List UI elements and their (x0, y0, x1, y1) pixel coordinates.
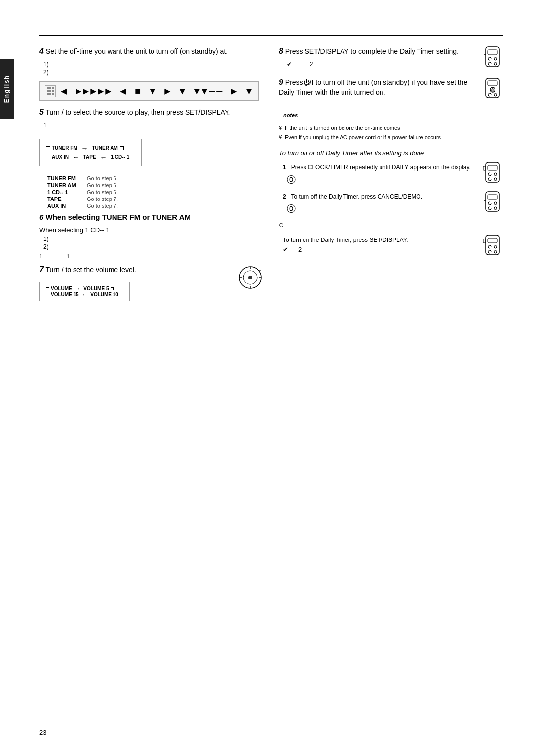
svg-point-40 (494, 245, 497, 248)
svg-text:–: – (241, 281, 243, 286)
timer-step-2: 2 To turn off the Daily Timer, press CAN… (279, 191, 503, 215)
note-2: Even if you unplug the AC power cord or … (279, 134, 503, 141)
timer-step-1: 1 Press CLOCK/TIMER repeatedly until DAI… (279, 161, 503, 186)
step-6b-heading: When selecting 1 CD-- 1 (39, 226, 264, 234)
step-6b-indicators: 1 1 (39, 253, 264, 259)
step-4-sub2: 2) (43, 69, 264, 76)
source-tuner-am-label: TUNER AM (92, 145, 117, 151)
svg-point-21 (494, 93, 497, 96)
step-8-row: 8 Press SET/DISPLAY to complete the Dail… (279, 46, 503, 69)
timer-toggle-section: To turn on or off Daily Timer after its … (279, 149, 503, 257)
svg-point-42 (494, 250, 497, 253)
svg-point-26 (494, 173, 497, 176)
timer-step-3-content: To turn on the Daily Timer, press SET/DI… (279, 234, 478, 254)
remote-icon-9: ⏻ (482, 77, 503, 99)
remote-icon-timer3 (482, 234, 503, 256)
source-tuner-fm-row: TUNER FM Go to step 6. (47, 175, 264, 181)
vol-label-5: VOLUME 5 (83, 286, 109, 291)
svg-rect-38 (488, 238, 497, 243)
step-8-heading: 8 Press SET/DISPLAY to complete the Dail… (279, 46, 478, 57)
left-column: 4 Set the off-time you want the unit to … (39, 46, 264, 310)
source-table: TUNER FM Go to step 6. TUNER AM Go to st… (47, 175, 264, 209)
timer-circle-separator: ○ (279, 220, 503, 230)
top-divider (39, 35, 503, 36)
remote-icon-8 (482, 46, 503, 68)
svg-point-11 (488, 57, 491, 60)
display-content: ◀ ▶▶▶▶▶ ◀ ■ ▼ ▶ ▼ ▼▼—— ▶ ▼ (61, 85, 253, 97)
source-cd-row: 1 CD-- 1 Go to step 6. (47, 189, 264, 195)
timer-step-2-content: 2 To turn off the Daily Timer, press CAN… (279, 191, 478, 215)
svg-point-2 (248, 276, 252, 279)
knob-svg: + – (237, 264, 264, 291)
volume-diagram: VOLUME → VOLUME 5 VOLUME 15 ← VOLUME 10 (39, 282, 130, 301)
vol-label-15: VOLUME 15 (51, 292, 79, 297)
remote-icon-timer1 (482, 161, 503, 183)
step-8-content: 8 Press SET/DISPLAY to complete the Dail… (279, 46, 478, 68)
svg-point-41 (488, 250, 491, 253)
step-4-heading: 4 Set the off-time you want the unit to … (39, 46, 264, 57)
svg-point-20 (488, 93, 491, 96)
timer-step-2-text: 2 To turn off the Daily Timer, press CAN… (283, 193, 478, 201)
language-label: English (0, 59, 14, 119)
step-9-icon: ⏻ (482, 77, 503, 100)
step-4-sub1: 1) (43, 61, 264, 68)
source-aux-row: AUX IN Go to step 7. (47, 203, 264, 209)
svg-rect-10 (488, 50, 497, 55)
svg-point-33 (494, 202, 497, 205)
svg-point-13 (488, 62, 491, 65)
grid-icon (45, 85, 56, 97)
step-8: 8 Press SET/DISPLAY to complete the Dail… (279, 46, 503, 69)
step-8-icon (482, 46, 503, 69)
svg-point-12 (494, 57, 497, 60)
svg-point-35 (494, 207, 497, 210)
step-5-sub: 1 (43, 122, 264, 129)
step-4-content: 4 Set the off-time you want the unit to … (39, 46, 264, 77)
step-7-content: 7 Turn / to set the volume level. VOLUME… (39, 264, 232, 304)
svg-text:+: + (259, 268, 261, 273)
page-number: 23 (39, 729, 46, 736)
timer-step-3-icon (482, 234, 503, 257)
svg-point-14 (494, 62, 497, 65)
svg-rect-31 (488, 195, 497, 199)
timer-step-1-text: 1 Press CLOCK/TIMER repeatedly until DAI… (283, 163, 478, 172)
notes-section: notes If the unit is turned on before th… (279, 110, 503, 142)
notes-label: notes (279, 110, 302, 120)
svg-point-25 (488, 173, 491, 176)
timer-step-3-text: To turn on the Daily Timer, press SET/DI… (283, 236, 478, 244)
timer-step-3-nums: ✔ 2 (283, 246, 478, 253)
step-5-heading: 5 Turn / to select the source to play, t… (39, 107, 264, 118)
right-column: 8 Press SET/DISPLAY to complete the Dail… (279, 46, 503, 310)
svg-point-32 (488, 202, 491, 205)
step-6b-sub1: 1) (43, 236, 264, 242)
source-diagram: TUNER FM → TUNER AM AUX IN ← TAPE ← 1 CD… (39, 139, 142, 166)
page-container: English 4 Set the off-time you want the … (0, 0, 533, 756)
vol-row-2: VOLUME 15 ← VOLUME 10 (46, 292, 123, 297)
note-1: If the unit is turned on before the on-t… (279, 124, 503, 132)
svg-point-39 (488, 245, 491, 248)
timer-step-2-icon (482, 191, 503, 214)
source-row-1: TUNER FM → TUNER AM (46, 144, 135, 152)
display-diagram-area: ◀ ▶▶▶▶▶ ◀ ■ ▼ ▶ ▼ ▼▼—— ▶ ▼ (39, 81, 264, 101)
step-9-row: 9 Press⏻/I to turn off the unit (on stan… (279, 77, 503, 102)
svg-point-34 (488, 207, 491, 210)
step-7-with-icon: 7 Turn / to set the volume level. VOLUME… (39, 264, 264, 304)
display-diagram: ◀ ▶▶▶▶▶ ◀ ■ ▼ ▶ ▼ ▼▼—— ▶ ▼ (39, 81, 259, 101)
step-9-heading: 9 Press⏻/I to turn off the unit (on stan… (279, 77, 478, 98)
svg-point-28 (494, 178, 497, 181)
source-tape-row: TAPE Go to step 7. (47, 196, 264, 202)
svg-text:⏻: ⏻ (491, 88, 495, 92)
main-content: 4 Set the off-time you want the unit to … (39, 46, 503, 310)
timer-step-1-content: 1 Press CLOCK/TIMER repeatedly until DAI… (279, 161, 478, 186)
step-7: 7 Turn / to set the volume level. VOLUME… (39, 264, 264, 304)
vol-label-1: VOLUME (51, 286, 72, 291)
knob-icon: + – (237, 264, 264, 293)
step-9-content: 9 Press⏻/I to turn off the unit (on stan… (279, 77, 478, 102)
source-tuner-fm-label: TUNER FM (52, 145, 77, 151)
timer-toggle-title: To turn on or off Daily Timer after its … (279, 149, 503, 158)
source-cd-label: 1 CD-- 1 (111, 154, 129, 159)
remote-icon-timer2 (482, 191, 503, 212)
step-8-checkmark-row: ✔ 2 (287, 61, 478, 68)
timer-step-2-num: ⓪ (287, 203, 478, 215)
step-5-content: 5 Turn / to select the source to play, t… (39, 107, 264, 129)
timer-step-1-icon (482, 161, 503, 185)
